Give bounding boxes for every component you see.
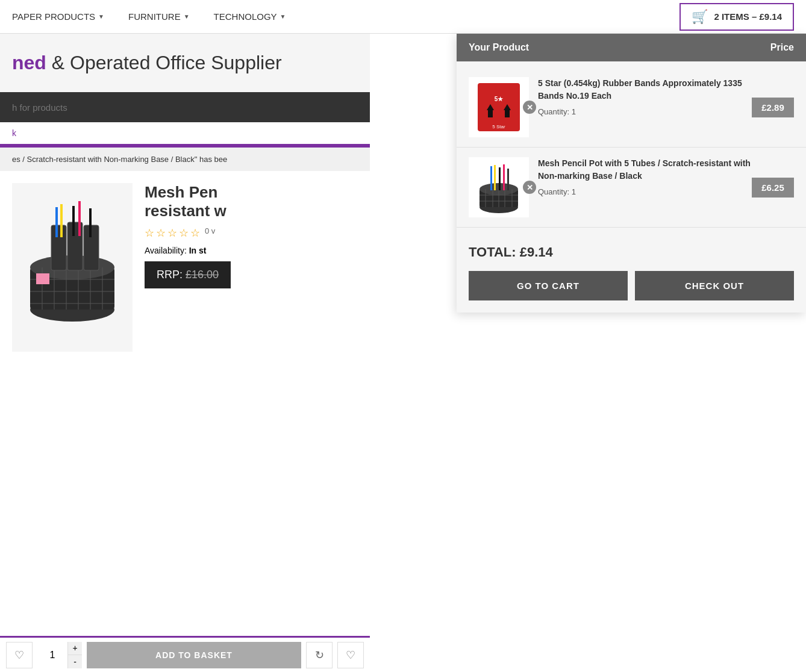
top-nav: PAPER PRODUCTS ▼ FURNITURE ▼ TECHNOLOGY … <box>0 0 806 34</box>
notification-text: es / Scratch-resistant with Non-marking … <box>12 155 227 164</box>
svg-rect-12 <box>51 225 66 270</box>
hero-banner: ned & Operated Office Supplier <box>0 34 370 92</box>
product-image-svg <box>18 189 127 346</box>
rrp-price: RRP: £16.00 <box>145 261 231 288</box>
cart-item-1-name: 5 Star (0.454kg) Rubber Bands Approximat… <box>538 77 752 102</box>
svg-rect-39 <box>503 164 505 190</box>
cart-panel: Your Product Price 5★ 5 Star ✕ 5 Star (0… <box>457 34 806 313</box>
cart-item-1-qty: Quantity: 1 <box>538 107 752 116</box>
remove-item-1-button[interactable]: ✕ <box>523 101 536 114</box>
cart-item-1-details: 5 Star (0.454kg) Rubber Bands Approximat… <box>538 77 752 116</box>
nav-furniture-label: FURNITURE <box>128 11 181 22</box>
add-to-basket-button[interactable]: ADD TO BASKET <box>87 642 301 668</box>
svg-rect-17 <box>72 206 75 236</box>
review-count: 0 v <box>205 226 215 240</box>
nav-furniture[interactable]: FURNITURE ▼ <box>128 11 190 22</box>
qty-decrease-button[interactable]: - <box>67 655 82 668</box>
rrp-value: £16.00 <box>186 269 219 281</box>
qty-controls: + - <box>67 642 82 668</box>
cart-items-list: 5★ 5 Star ✕ 5 Star (0.454kg) Rubber Band… <box>457 61 806 234</box>
product-info: Mesh Pen resistant w ☆ ☆ ☆ ☆ ☆ 0 v Avail… <box>145 183 358 352</box>
svg-rect-36 <box>490 166 492 190</box>
svg-rect-37 <box>494 165 496 190</box>
cart-header-product: Your Product <box>469 42 746 53</box>
remove-item-2-button[interactable]: ✕ <box>523 181 536 194</box>
wishlist-button-2[interactable]: ♡ <box>337 642 364 668</box>
cart-item-2-name: Mesh Pencil Pot with 5 Tubes / Scratch-r… <box>538 157 752 182</box>
breadcrumb[interactable]: k <box>0 122 370 144</box>
availability: Availability: In st <box>145 246 358 255</box>
cart-item-2-price: £6.25 <box>752 178 794 198</box>
svg-text:5★: 5★ <box>495 96 504 102</box>
svg-rect-38 <box>499 167 501 190</box>
product-title: Mesh Pen resistant w <box>145 183 358 220</box>
cart-header: Your Product Price <box>457 34 806 61</box>
star-2: ☆ <box>156 226 166 240</box>
nav-technology-arrow: ▼ <box>280 13 286 20</box>
cart-item-2-qty: Quantity: 1 <box>538 187 752 196</box>
cart-item-1-image: 5★ 5 Star <box>469 77 529 137</box>
cart-total: TOTAL: £9.14 <box>457 234 806 271</box>
stars-rating: ☆ ☆ ☆ ☆ ☆ 0 v <box>145 226 358 240</box>
search-input[interactable] <box>12 102 358 113</box>
availability-value: In st <box>189 246 207 255</box>
star-4: ☆ <box>179 226 189 240</box>
svg-rect-20 <box>36 273 49 284</box>
svg-rect-15 <box>55 207 58 237</box>
search-bar-bg[interactable] <box>0 92 370 122</box>
page-background: ned & Operated Office Supplier k es / Sc… <box>0 34 370 672</box>
product-image <box>12 183 133 352</box>
cart-header-price: Price <box>746 42 794 53</box>
quantity-input[interactable] <box>37 642 67 668</box>
nav-technology[interactable]: TECHNOLOGY ▼ <box>214 11 286 22</box>
cart-actions: GO TO CART CHECK OUT <box>457 271 806 313</box>
go-to-cart-button[interactable]: GO TO CART <box>469 271 628 300</box>
svg-rect-18 <box>78 201 81 236</box>
bottom-bar: ♡ + - ADD TO BASKET ↻ ♡ <box>0 636 370 672</box>
svg-rect-16 <box>60 204 63 237</box>
nav-paper-products-label: PAPER PRODUCTS <box>12 11 95 22</box>
rubber-band-svg: 5★ 5 Star <box>475 80 523 134</box>
nav-technology-label: TECHNOLOGY <box>214 11 277 22</box>
cart-item-1: 5★ 5 Star ✕ 5 Star (0.454kg) Rubber Band… <box>457 67 806 148</box>
cart-label: 2 ITEMS – £9.14 <box>714 11 782 22</box>
wishlist-button[interactable]: ♡ <box>6 642 33 668</box>
cart-item-2-details: Mesh Pencil Pot with 5 Tubes / Scratch-r… <box>538 157 752 196</box>
refresh-button[interactable]: ↻ <box>306 642 333 668</box>
svg-text:5 Star: 5 Star <box>492 124 505 129</box>
hero-highlight: ned <box>12 52 46 73</box>
star-3: ☆ <box>167 226 177 240</box>
cart-button[interactable]: 🛒 2 ITEMS – £9.14 <box>679 3 794 31</box>
nav-paper-products-arrow: ▼ <box>98 13 104 20</box>
qty-wrapper: + - <box>37 642 82 668</box>
check-out-button[interactable]: CHECK OUT <box>635 271 794 300</box>
product-section: Mesh Pen resistant w ☆ ☆ ☆ ☆ ☆ 0 v Avail… <box>0 171 370 364</box>
star-1: ☆ <box>145 226 154 240</box>
svg-rect-19 <box>89 208 92 237</box>
hero-rest: & Operated Office Supplier <box>46 52 282 73</box>
cart-item-2-image <box>469 157 529 217</box>
breadcrumb-link: k <box>12 128 16 138</box>
cart-icon: 🛒 <box>692 9 708 25</box>
pencil-pot-mini-svg <box>475 160 523 214</box>
nav-furniture-arrow: ▼ <box>184 13 190 20</box>
notification-bar: es / Scratch-resistant with Non-marking … <box>0 148 370 171</box>
qty-increase-button[interactable]: + <box>67 642 82 655</box>
svg-rect-40 <box>507 169 509 190</box>
cart-item-1-price: £2.89 <box>752 98 794 117</box>
star-5: ☆ <box>190 226 200 240</box>
nav-paper-products[interactable]: PAPER PRODUCTS ▼ <box>12 11 104 22</box>
cart-item-2: ✕ Mesh Pencil Pot with 5 Tubes / Scratch… <box>457 148 806 228</box>
